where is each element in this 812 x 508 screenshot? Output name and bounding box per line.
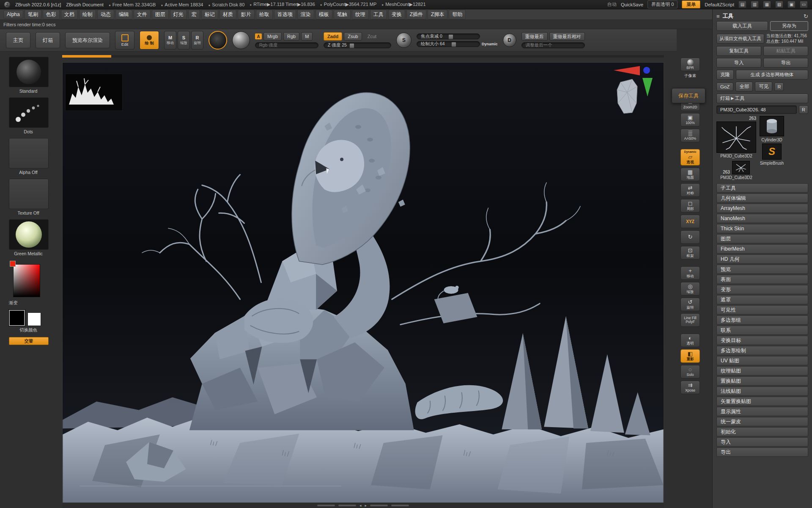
focal-shift-slider[interactable]: 焦点衰减 0 xyxy=(417,33,480,39)
copy-icon[interactable]: ▣ xyxy=(787,1,796,8)
scrollbar-segment[interactable] xyxy=(370,505,388,506)
section-thickskin[interactable]: Thick Skin xyxy=(716,224,808,233)
layout-icon[interactable]: ▧ xyxy=(775,1,783,8)
section-display-properties[interactable]: 显示属性 xyxy=(716,407,808,416)
lightbox-button[interactable]: 灯箱 xyxy=(36,32,60,48)
current-tool-name[interactable]: PM3D_Cube3D26. 48 xyxy=(716,105,797,114)
adjust-last-slider[interactable]: 调整最后一个 xyxy=(521,42,585,48)
section-geometry[interactable]: 几何体编辑 xyxy=(716,193,808,203)
menu-picker[interactable]: 拾取 xyxy=(256,10,273,19)
paste-tool-button[interactable]: 粘贴工具 xyxy=(763,46,808,56)
alternate-color-button[interactable]: 交替 xyxy=(9,337,49,345)
copy-tool-button[interactable]: 复制工具 xyxy=(716,46,761,56)
section-deformation[interactable]: 变形 xyxy=(716,285,808,294)
zoom-doc-button[interactable]: ◎缩放 xyxy=(680,282,700,295)
move-mode-button[interactable]: M移动 xyxy=(164,31,176,50)
section-uv-map[interactable]: UV 贴图 xyxy=(716,356,808,365)
r-button[interactable]: R xyxy=(774,83,784,91)
canvas-scroll-strip[interactable]: ◂ ▸ xyxy=(62,503,664,508)
xyz-button[interactable]: XYZ xyxy=(680,215,700,228)
dynamic-label[interactable]: Dynamic xyxy=(482,42,498,46)
menu-file[interactable]: 文件 xyxy=(134,10,151,19)
saturation-value-square[interactable] xyxy=(13,264,40,297)
section-texture-map[interactable]: 纹理贴图 xyxy=(716,366,808,375)
simplebrush-thumbnail[interactable]: S xyxy=(762,144,782,160)
section-subtool[interactable]: 子工具 xyxy=(716,183,808,193)
section-visibility[interactable]: 可见性 xyxy=(716,305,808,315)
zsub-button[interactable]: Zsub xyxy=(344,32,362,41)
make-polymesh-button[interactable]: 生成 多边形网格物体 xyxy=(736,70,808,80)
menu-stencil[interactable]: 模板 xyxy=(315,10,332,19)
menu-help[interactable]: 帮助 xyxy=(449,10,466,19)
menu-document[interactable]: 文档 xyxy=(61,10,78,19)
aa-half-button[interactable]: ▒AA50% xyxy=(680,129,700,142)
section-unified-skin[interactable]: 统一蒙皮 xyxy=(716,417,808,426)
scale-mode-button[interactable]: S缩放 xyxy=(178,31,190,50)
menu-render[interactable]: 渲染 xyxy=(297,10,314,19)
selected-tool-thumbnail[interactable] xyxy=(716,121,756,153)
save-as-button[interactable]: 另存为 xyxy=(770,21,808,31)
menu-preferences[interactable]: 首选项 xyxy=(274,10,296,19)
move-doc-button[interactable]: +移动 xyxy=(680,266,700,280)
redo-last-relative-button[interactable]: 重做最后相对 xyxy=(549,32,585,41)
section-layers[interactable]: 图层 xyxy=(716,234,808,243)
preview-boolean-button[interactable]: 预览布尔渲染 xyxy=(65,32,110,48)
local-symmetry-button[interactable]: ◻局部 xyxy=(680,199,700,213)
default-zscript-button[interactable]: DefaultZScript xyxy=(705,2,734,7)
rotate-doc-button[interactable]: ↺旋转 xyxy=(680,298,700,311)
menu-tool[interactable]: 工具 xyxy=(370,10,387,19)
menu-zplugin[interactable]: Z插件 xyxy=(406,10,426,19)
color-picker[interactable] xyxy=(9,260,48,299)
section-displacement-map[interactable]: 置换贴图 xyxy=(716,376,808,386)
ghost-button[interactable]: ◧重影 xyxy=(680,349,700,363)
menu-dynamic[interactable]: 动态 xyxy=(97,10,114,19)
mrgb-button[interactable]: Mrgb xyxy=(263,32,282,41)
lightbox-tool-button[interactable]: 灯箱►工具 xyxy=(716,94,808,103)
quicksave-button[interactable]: QuickSave xyxy=(621,2,643,7)
rotate-mode-button[interactable]: R旋转 xyxy=(191,31,203,50)
switch-colors-label[interactable]: 切换颜色 xyxy=(9,327,48,333)
zadd-button[interactable]: Zadd xyxy=(324,32,342,41)
monitor-icon[interactable]: ▦ xyxy=(763,1,771,8)
subpixel-label[interactable]: 子像素 xyxy=(684,73,697,79)
actual-size-button[interactable]: ▣100% xyxy=(680,113,700,127)
section-masking[interactable]: 遮罩 xyxy=(716,295,808,304)
load-from-project-button[interactable]: 从项目文件载入工具 xyxy=(716,34,764,44)
menu-stroke[interactable]: 笔触 xyxy=(334,10,351,19)
transparency-button[interactable]: ◐透明 xyxy=(680,334,700,347)
menu-material[interactable]: 材质 xyxy=(219,10,236,19)
ui-transparency-control[interactable]: 界面透明 0 xyxy=(647,0,678,8)
floor-button[interactable]: ▦地面 xyxy=(680,168,700,181)
section-nanomesh[interactable]: NanoMesh xyxy=(716,214,808,223)
menu-draw[interactable]: 绘制 xyxy=(79,10,96,19)
menu-layer[interactable]: 图层 xyxy=(152,10,169,19)
sliders-icon[interactable]: ▥ xyxy=(751,1,759,8)
scroll-left-icon[interactable]: ◂ xyxy=(359,504,362,508)
minimize-icon[interactable]: ▭ xyxy=(800,1,808,8)
menu-button[interactable]: 菜单 xyxy=(682,0,700,8)
tool-r-button[interactable]: R xyxy=(799,105,808,114)
menu-zscript[interactable]: Z脚本 xyxy=(428,10,447,19)
section-morph-target[interactable]: 变换目标 xyxy=(716,336,808,345)
scrollbar-segment[interactable] xyxy=(317,505,335,506)
document-thumbnail[interactable] xyxy=(65,74,123,111)
section-export[interactable]: 导出 xyxy=(716,447,808,457)
polyframe-button[interactable]: Line Fill PolyF xyxy=(680,313,700,327)
slider-handle[interactable] xyxy=(448,34,453,39)
spin-button[interactable]: ↻ xyxy=(680,230,700,244)
section-hd-geometry[interactable]: HD 几何 xyxy=(716,254,808,264)
solo-button[interactable]: ◌Solo xyxy=(680,365,700,378)
goz-button[interactable]: GoZ xyxy=(716,83,733,91)
slider-handle[interactable] xyxy=(451,42,456,47)
save-tool-button[interactable]: 保存工具 xyxy=(672,88,705,103)
menu-light[interactable]: 灯光 xyxy=(170,10,187,19)
section-polygroups[interactable]: 多边形组 xyxy=(716,315,808,325)
menu-alpha[interactable]: Alpha xyxy=(3,10,23,19)
menu-movie[interactable]: 影片 xyxy=(238,10,255,19)
draw-mode-button[interactable]: 绘 制 xyxy=(140,31,159,50)
deco-curve-button[interactable]: D xyxy=(503,33,516,47)
secondary-color-swatch[interactable] xyxy=(27,312,41,326)
primary-color-swatch[interactable] xyxy=(9,310,25,326)
perspective-button[interactable]: Dynamic▱透视 xyxy=(680,149,700,166)
symmetry-button[interactable]: ⇄对称 xyxy=(680,183,700,197)
